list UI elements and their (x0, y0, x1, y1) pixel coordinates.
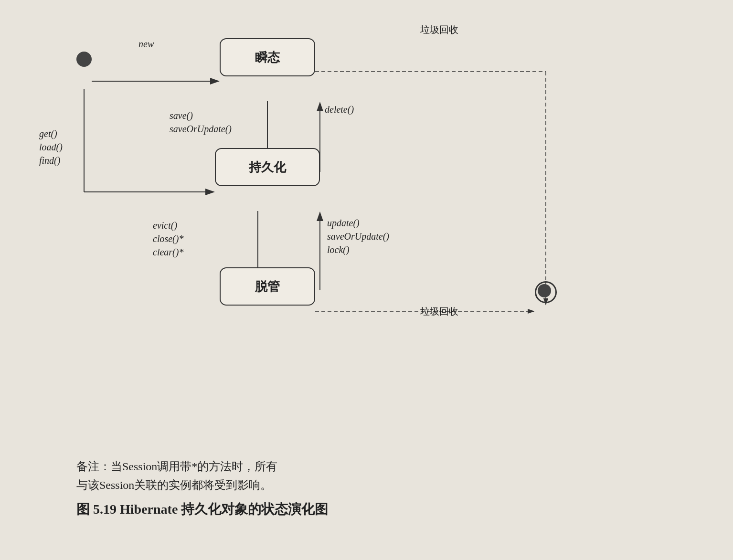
label-delete: delete() (325, 103, 354, 116)
state-detached: 脱管 (220, 267, 315, 306)
caption-note-line2: 与该Session关联的实例都将受到影响。 (76, 476, 328, 494)
label-new: new (138, 37, 154, 51)
diagram-container: 瞬态 持久化 脱管 new get()load()find() save()sa… (29, 10, 697, 535)
final-state-inner (538, 284, 551, 297)
figure-title: 图 5.19 Hibernate 持久化对象的状态演化图 (76, 499, 328, 520)
detached-label: 脱管 (255, 278, 280, 295)
label-get-load-find: get()load()find() (39, 114, 63, 167)
caption-area: 备注：当Session调用带*的方法时，所有 与该Session关联的实例都将受… (76, 457, 328, 520)
state-persistent: 持久化 (215, 148, 320, 186)
label-evict: evict()close()*clear()* (153, 205, 183, 259)
caption-note-line1: 备注：当Session调用带*的方法时，所有 (76, 457, 328, 475)
transient-label: 瞬态 (255, 49, 280, 66)
label-gc-top: 垃圾回收 (420, 23, 458, 36)
label-save: save()saveOrUpdate() (170, 95, 232, 136)
label-gc-bottom: 垃圾回收 (420, 305, 458, 318)
label-update: update()saveOrUpdate()lock() (327, 203, 389, 256)
page: 瞬态 持久化 脱管 new get()load()find() save()sa… (0, 0, 733, 560)
final-state (535, 281, 557, 303)
state-transient: 瞬态 (220, 38, 315, 76)
arrows-svg (29, 10, 697, 535)
initial-state-dot (76, 52, 92, 67)
persistent-label: 持久化 (249, 159, 286, 176)
